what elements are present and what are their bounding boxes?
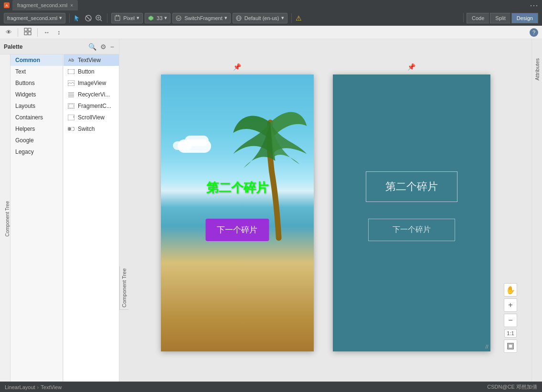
file-dropdown-label: fragment_second.xml [7, 15, 57, 21]
preview-button[interactable]: 下一个碎片 [205, 219, 269, 241]
api-dropdown[interactable]: 33 ▾ [145, 13, 170, 23]
fragment-dropdown[interactable]: SwitchFragment ▾ [172, 13, 230, 23]
pixel-label: Pixel [123, 15, 135, 21]
file-dropdown-arrow: ▾ [59, 15, 62, 21]
sub-divider-2 [37, 28, 38, 37]
breadcrumb-sep: › [37, 384, 39, 390]
fragment-label: SwitchFragment [184, 15, 222, 21]
palette-body: Component Tree Common Text Buttons Widge… [0, 54, 119, 381]
svg-rect-31 [509, 344, 512, 348]
palette-item-imageview[interactable]: ImageView [64, 77, 119, 89]
svg-rect-6 [115, 16, 120, 21]
palette-panel: Palette 🔍 ⚙ − Component Tree Common Text… [0, 39, 119, 381]
design-area[interactable]: 📌 [119, 39, 531, 381]
view-buttons: Code Split Design [461, 13, 538, 23]
preview-phone: 第二个碎片 下一个碎片 [161, 74, 314, 351]
design-view-btn[interactable]: Design [511, 13, 538, 23]
title-tab[interactable]: fragment_second.xml × [12, 0, 78, 11]
main-toolbar: fragment_second.xml ▾ Pixel ▾ 33 ▾ Sw [0, 11, 542, 26]
arrow-v-btn[interactable]: ↕ [55, 28, 63, 37]
resize-handle[interactable]: // [485, 344, 488, 350]
palette-item-button[interactable]: Button [64, 66, 119, 77]
attributes-label: Attributes [534, 58, 540, 80]
imageview-label: ImageView [78, 80, 106, 86]
api-label: 33 [157, 15, 162, 21]
svg-rect-17 [28, 32, 31, 35]
svg-rect-8 [118, 15, 119, 17]
zoom-in-btn[interactable]: + [504, 298, 517, 312]
sub-toolbar: 👁 ↔ ↕ ? [0, 26, 542, 39]
textview-icon: Ab [67, 56, 75, 64]
palette-cat-legacy[interactable]: Legacy [11, 146, 63, 158]
palette-cat-containers[interactable]: Containers [11, 112, 63, 123]
palette-header: Palette 🔍 ⚙ − [0, 39, 119, 54]
help-btn[interactable]: ? [530, 28, 538, 37]
palette-cat-google[interactable]: Google [11, 135, 63, 146]
textview-label: TextView [78, 57, 101, 64]
cloud-3 [173, 141, 192, 150]
zoom-ratio-btn[interactable]: 1:1 [504, 329, 516, 338]
preview-pin-top: 📌 [233, 63, 241, 71]
zoom-icon[interactable] [95, 14, 103, 22]
breadcrumb: LinearLayout › TextView [5, 384, 62, 390]
main-content: Palette 🔍 ⚙ − Component Tree Common Text… [0, 39, 542, 381]
tab-close-btn[interactable]: × [70, 3, 73, 8]
svg-rect-15 [28, 28, 31, 31]
palette-cat-widgets[interactable]: Widgets [11, 89, 63, 100]
scrollview-icon [67, 114, 75, 121]
palette-nav-label: Component Tree [5, 199, 10, 239]
palette-cat-common[interactable]: Common [11, 54, 63, 66]
design-phone: 第二个碎片 下一个碎片 [333, 74, 490, 351]
title-bar: A fragment_second.xml × ⋯ [0, 0, 542, 11]
palette-settings-btn[interactable]: ⚙ [99, 42, 107, 52]
hand-tool-btn[interactable]: ✋ [504, 283, 517, 297]
design-btn-box[interactable]: 下一个碎片 [368, 219, 455, 241]
preview-text: 第二个碎片 [206, 180, 268, 196]
code-view-btn[interactable]: Code [467, 13, 489, 23]
palette-item-recyclerview[interactable]: RecyclerVi... [64, 89, 119, 100]
cloud-group [173, 136, 216, 155]
palette-close-btn[interactable]: − [109, 42, 115, 52]
split-view-btn[interactable]: Split [490, 13, 510, 23]
palette-cat-helpers[interactable]: Helpers [11, 123, 63, 135]
svg-rect-18 [68, 69, 74, 74]
switch-label: Switch [78, 126, 95, 132]
palette-cat-buttons[interactable]: Buttons [11, 77, 63, 89]
zoom-controls: ✋ + − 1:1 [504, 283, 517, 353]
palette-items: Ab TextView Button ImageView [63, 54, 119, 381]
palette-cat-text[interactable]: Text [11, 66, 63, 77]
select-tool-icon[interactable] [74, 14, 82, 22]
more-btn[interactable]: ⋯ [530, 0, 538, 11]
scrollview-label: ScrollView [78, 114, 105, 121]
fragmentcontainer-icon [67, 102, 75, 110]
zoom-out-btn[interactable]: − [504, 314, 517, 327]
tab-label: fragment_second.xml [17, 2, 67, 8]
pixel-dropdown[interactable]: Pixel ▾ [111, 13, 143, 23]
palette-title: Palette [4, 43, 85, 50]
switch-icon [67, 125, 75, 133]
palette-cat-layouts[interactable]: Layouts [11, 100, 63, 112]
recyclerview-label: RecyclerVi... [78, 91, 110, 98]
preview-frame-wrapper: 📌 [161, 63, 314, 351]
breadcrumb-2[interactable]: TextView [41, 384, 62, 390]
breadcrumb-1[interactable]: LinearLayout [5, 384, 35, 390]
status-right-text: CSDN@CE 邓然加倩 [487, 383, 537, 391]
eye-btn[interactable]: 👁 [4, 28, 14, 37]
design-pin-top: 📌 [407, 63, 415, 71]
svg-rect-27 [74, 116, 74, 118]
locale-dropdown[interactable]: Default (en-us) ▾ [233, 13, 287, 23]
palette-item-switch[interactable]: Switch [64, 123, 119, 135]
palette-item-textview[interactable]: Ab TextView [64, 54, 119, 66]
palette-categories: Common Text Buttons Widgets Layouts Cont… [11, 54, 63, 381]
zoom-fit-btn[interactable] [504, 339, 517, 353]
palette-search-btn[interactable]: 🔍 [87, 42, 97, 52]
status-bar: LinearLayout › TextView CSDN@CE 邓然加倩 [0, 381, 542, 392]
warning-icon: ⚠ [296, 14, 302, 22]
palette-item-scrollview[interactable]: ScrollView [64, 112, 119, 123]
arrow-h-btn[interactable]: ↔ [42, 28, 52, 37]
grid-btn[interactable] [22, 27, 33, 38]
no-select-icon[interactable] [84, 14, 93, 22]
file-dropdown[interactable]: fragment_second.xml ▾ [4, 13, 65, 23]
svg-marker-9 [149, 16, 153, 21]
palette-item-fragmentcontainer[interactable]: FragmentC... [64, 100, 119, 112]
